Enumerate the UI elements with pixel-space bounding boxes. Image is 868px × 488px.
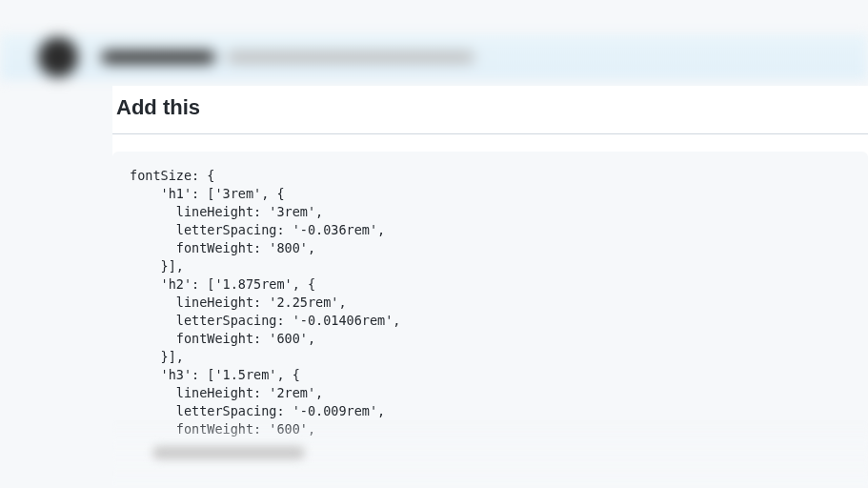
- avatar[interactable]: [38, 37, 78, 77]
- footer-blurred: [152, 446, 305, 459]
- comment-body: Add this fontSize: { 'h1': ['3rem', { li…: [112, 86, 868, 488]
- username-blurred: [101, 51, 215, 64]
- comment-header: [0, 34, 868, 80]
- section-heading: Add this: [112, 86, 868, 134]
- timestamp-blurred: [227, 51, 474, 63]
- code-block[interactable]: fontSize: { 'h1': ['3rem', { lineHeight:…: [112, 152, 868, 488]
- code-content: fontSize: { 'h1': ['3rem', { lineHeight:…: [130, 168, 400, 437]
